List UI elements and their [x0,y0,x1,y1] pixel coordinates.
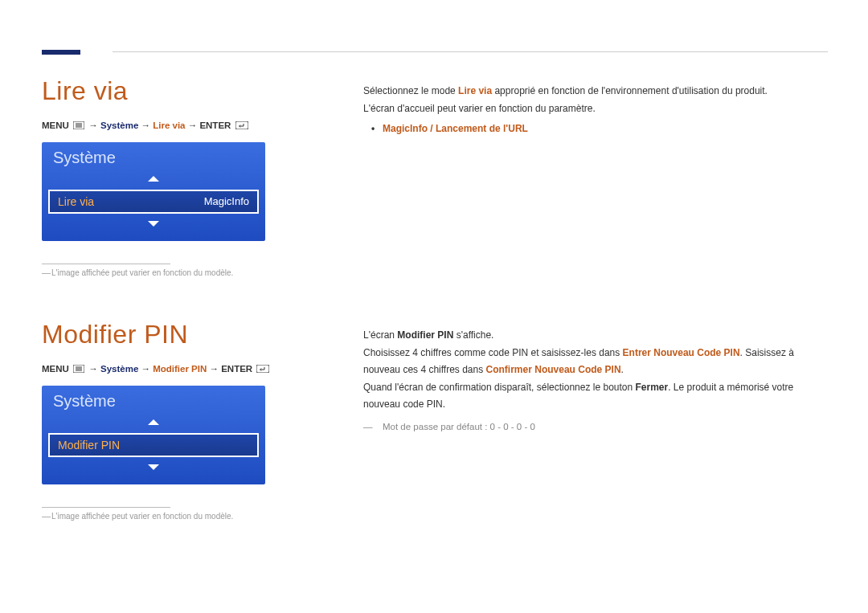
text: approprié en fonction de l'environnement… [492,85,768,96]
nav-arrow: → [141,121,154,130]
nav-menu-label: MENU [42,364,69,374]
chevron-down-icon [148,464,159,470]
text-bold: Fermer [636,382,669,393]
default-password-note: Mot de passe par défaut : 0 - 0 - 0 - 0 [383,419,828,435]
nav-item: Modifier PIN [153,364,207,374]
section-modifier-pin-right: L'écran Modifier PIN s'affiche. Choisiss… [363,327,828,435]
nav-arrow: → [88,364,100,374]
paragraph: L'écran d'accueil peut varier en fonctio… [363,100,828,118]
heading-modifier-pin: Modifier PIN [42,320,315,349]
nav-enter-label: ENTER [221,364,252,374]
menu-item-value: MagicInfo [204,195,249,208]
paragraph: L'écran Modifier PIN s'affiche. [363,327,828,345]
menu-panel-lire-via: Système Lire via MagicInfo [42,142,265,241]
nav-arrow: → [141,364,154,374]
top-divider [113,51,828,52]
paragraph: Quand l'écran de confirmation disparaît,… [363,379,828,414]
menu-item-label: Modifier PIN [58,439,120,452]
text: Quand l'écran de confirmation disparaît,… [363,382,636,393]
svg-rect-4 [235,121,248,129]
separator-line [42,507,170,508]
text: s'affiche. [453,329,493,341]
section-lire-via-right: Sélectionnez le mode Lire via approprié … [363,83,828,138]
text-accent: Lire via [458,85,492,96]
menu-icon [73,365,84,374]
bullet-item: MagicInfo / Lancement de l'URL [363,121,828,138]
menu-down-row[interactable] [42,215,265,233]
menu-item-lire-via[interactable]: Lire via MagicInfo [48,190,259,214]
menu-panel-title: Système [42,142,265,170]
text-accent: Confirmer Nouveau Code PIN [486,364,621,375]
chevron-up-icon [148,419,159,425]
text: Sélectionnez le mode [363,85,458,96]
nav-enter-label: ENTER [199,121,231,130]
nav-menu-label: MENU [42,121,69,130]
separator-line [42,264,170,264]
nav-system: Système [100,121,138,130]
bullet-text: MagicInfo / Lancement de l'URL [383,123,528,134]
chevron-down-icon [148,221,159,227]
paragraph: Choisissez 4 chiffres comme code PIN et … [363,345,828,379]
enter-icon [256,365,269,374]
text-accent: Entrer Nouveau Code PIN [623,347,740,358]
menu-up-row[interactable] [42,414,265,431]
nav-arrow: → [210,364,222,374]
text: . [621,364,624,375]
paragraph: Sélectionnez le mode Lire via approprié … [363,83,828,100]
nav-path-lire-via: MENU → Système → Lire via → ENTER [42,121,315,131]
svg-rect-9 [256,365,269,373]
top-accent-bar [42,50,80,55]
nav-item: Lire via [153,121,185,130]
nav-path-modifier-pin: MENU → Système → Modifier PIN → ENTER [42,364,315,374]
footnote-modifier-pin: L'image affichée peut varier en fonction… [51,512,315,521]
menu-up-row[interactable] [42,170,265,188]
nav-arrow: → [188,121,200,130]
menu-down-row[interactable] [42,459,265,476]
footnote-lire-via: L'image affichée peut varier en fonction… [51,268,315,277]
menu-icon [73,121,84,131]
section-modifier-pin-left: Modifier PIN MENU → Système → Modifier P… [42,320,315,521]
nav-arrow: → [88,121,100,130]
menu-item-modifier-pin[interactable]: Modifier PIN [48,433,259,457]
text: Choisissez 4 chiffres comme code PIN et … [363,347,623,358]
menu-panel-modifier-pin: Système Modifier PIN [42,386,265,484]
text: L'écran [363,329,397,341]
menu-panel-title: Système [42,386,265,414]
enter-icon [235,121,248,131]
heading-lire-via: Lire via [42,76,315,106]
text-bold: Modifier PIN [397,329,453,341]
section-lire-via-left: Lire via MENU → Système → Lire via → ENT… [42,76,315,277]
menu-item-label: Lire via [58,195,94,208]
nav-system: Système [100,364,138,374]
chevron-up-icon [148,176,159,182]
